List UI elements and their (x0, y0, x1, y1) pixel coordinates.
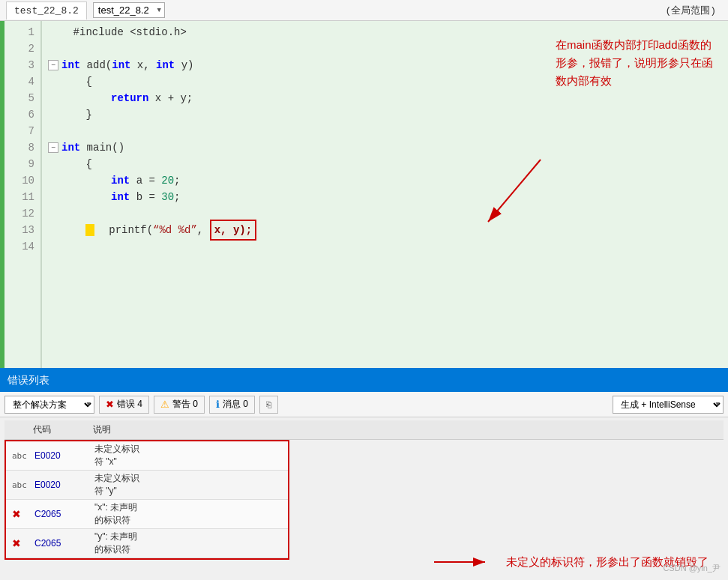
col-file (147, 422, 604, 438)
collapse-btn-8[interactable]: − (48, 142, 58, 153)
line-num-13: 13 (4, 222, 40, 238)
error-toolbar: 整个解决方案 ✖ 错误 4 ⚠ 警告 0 ℹ 消息 0 ⎗ 生成 + Intel… (0, 392, 728, 417)
line-num-6: 6 (4, 106, 40, 123)
line-num-8: 8 (4, 139, 40, 156)
line-num-10: 10 (4, 172, 40, 189)
svg-line-1 (488, 160, 541, 222)
line-num-12: 12 (4, 205, 40, 222)
row1-file (148, 454, 168, 457)
row1-project (243, 454, 288, 457)
tab-filename: test_22_8.2 (14, 5, 79, 16)
error-panel-title: 错误列表 (0, 369, 728, 392)
annotation-text: 在main函数内部打印add函数的形参，报错了，说明形参只在函数内部有效 (556, 36, 721, 90)
col-desc: 说明 (87, 422, 147, 438)
error-row-1[interactable]: abc E0020 未定义标识符 "x" (6, 441, 288, 471)
warnings-label: 警告 0 (172, 398, 198, 411)
error-row-2[interactable]: abc E0020 未定义标识符 "y" (6, 471, 288, 500)
col-project (679, 422, 724, 438)
filter-dropdown-wrapper[interactable]: 整个解决方案 (4, 396, 94, 414)
highlight-xy: x, y); (210, 220, 256, 241)
row1-code: E0020 (28, 449, 88, 462)
line-num-3: 3 (4, 57, 40, 73)
info-icon: ℹ (216, 399, 220, 410)
title-bar-left: test_22_8.2 test_22_8.2 (6, 1, 665, 19)
line-num-4: 4 (4, 73, 40, 90)
file-tab[interactable]: test_22_8.2 (6, 1, 87, 19)
errors-button[interactable]: ✖ 错误 4 (99, 396, 149, 414)
line-num-1: 1 (4, 24, 40, 40)
abc-icon-2: abc (12, 480, 27, 490)
error-list-box: abc E0020 未定义标识符 "x" abc E0020 未定义标识符 "y… (4, 440, 289, 560)
scope-label: (全局范围) (665, 4, 722, 17)
line-num-2: 2 (4, 40, 40, 57)
abc-icon-1: abc (12, 451, 27, 461)
row3-icon: ✖ (6, 507, 28, 522)
watermark: CSDN @yin_尹 (663, 563, 721, 574)
row4-icon: ✖ (6, 536, 28, 551)
row2-icon: abc (6, 478, 28, 492)
line-num-9: 9 (4, 156, 40, 172)
line-num-7: 7 (4, 123, 40, 139)
line-numbers: 1 2 3 4 5 6 7 8 9 10 11 12 13 14 (4, 21, 42, 368)
error-row-4[interactable]: ✖ C2065 "y": 未声明的标识符 (6, 529, 288, 558)
row2-line (168, 483, 243, 486)
title-bar: test_22_8.2 test_22_8.2 (全局范围) (0, 0, 728, 21)
row2-project (243, 483, 288, 486)
annotation-container: 在main函数内部打印add函数的形参，报错了，说明形参只在函数内部有效 (466, 36, 721, 246)
error-list-section: 代码 说明 abc E0020 未定义标识符 "x" (0, 417, 728, 580)
row4-code: C2065 (28, 537, 88, 550)
line-num-11: 11 (4, 189, 40, 205)
row1-line (168, 454, 243, 457)
build-dropdown[interactable]: 生成 + IntelliSense (613, 396, 724, 414)
row3-project (243, 513, 288, 516)
row3-code: C2065 (28, 507, 88, 521)
filter-dropdown[interactable]: 整个解决方案 (4, 396, 94, 414)
collapse-btn-3[interactable]: − (48, 60, 58, 70)
error-panel: 错误列表 整个解决方案 ✖ 错误 4 ⚠ 警告 0 ℹ 消息 0 ⎗ 生成 + … (0, 369, 728, 580)
row1-desc: 未定义标识符 "x" (88, 441, 148, 470)
row2-file (148, 483, 168, 486)
code-content[interactable]: #include <stdio.h> − int add(int x, int … (42, 21, 728, 368)
col-line (604, 422, 679, 438)
row4-line (168, 542, 243, 545)
build-dropdown-wrapper[interactable]: 生成 + IntelliSense (613, 396, 724, 414)
row4-project (243, 542, 288, 545)
editor-area: 1 2 3 4 5 6 7 8 9 10 11 12 13 14 #includ… (0, 21, 728, 369)
errors-label: 错误 4 (117, 398, 142, 411)
row3-line (168, 513, 243, 516)
row2-desc: 未定义标识符 "y" (88, 471, 148, 499)
line-num-14: 14 (4, 238, 40, 255)
bottom-arrow-svg (434, 555, 494, 570)
filter-button[interactable]: ⎗ (259, 396, 278, 414)
col-code: 代码 (27, 422, 87, 438)
error-panel-title-text: 错误列表 (7, 374, 49, 387)
error-icon: ✖ (106, 399, 114, 410)
row3-file (148, 513, 168, 516)
messages-label: 消息 0 (223, 398, 248, 411)
file-dropdown[interactable]: test_22_8.2 (93, 2, 165, 18)
error-icon-4: ✖ (12, 537, 21, 549)
row4-file (148, 542, 168, 545)
error-icon-3: ✖ (12, 508, 21, 520)
warning-icon: ⚠ (160, 399, 169, 410)
row3-desc: "x": 未声明的标识符 (88, 500, 148, 528)
file-dropdown-wrapper[interactable]: test_22_8.2 (93, 2, 165, 18)
filter-icon: ⎗ (266, 399, 271, 410)
error-table-header: 代码 说明 (4, 420, 724, 440)
col-icon (4, 422, 27, 438)
row2-code: E0020 (28, 478, 88, 492)
row1-icon: abc (6, 449, 28, 462)
row4-desc: "y": 未声明的标识符 (88, 529, 148, 558)
messages-button[interactable]: ℹ 消息 0 (209, 396, 255, 414)
error-row-3[interactable]: ✖ C2065 "x": 未声明的标识符 (6, 500, 288, 529)
error-table-wrapper: 代码 说明 abc E0020 未定义标识符 "x" (4, 420, 724, 577)
line-num-5: 5 (4, 90, 40, 106)
yellow-marker (85, 224, 94, 236)
warnings-button[interactable]: ⚠ 警告 0 (154, 396, 205, 414)
